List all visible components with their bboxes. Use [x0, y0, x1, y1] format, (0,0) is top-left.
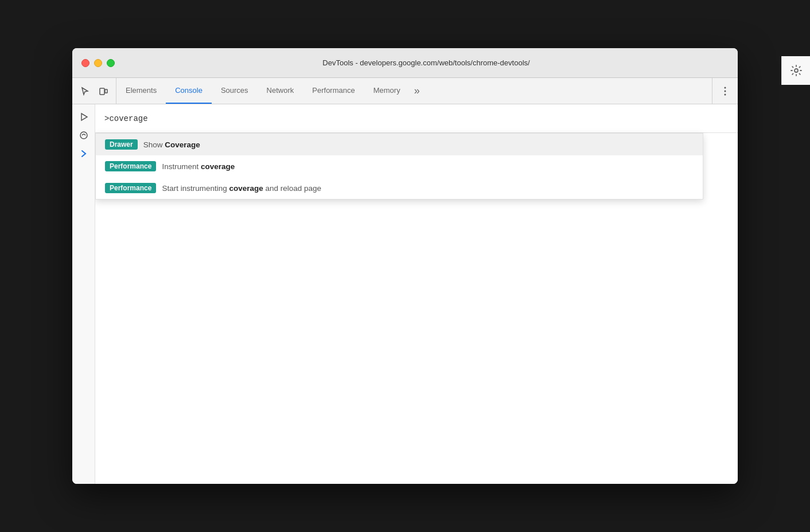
main-content: Drawer Show Coverage Performance Instrum… — [72, 104, 738, 484]
suggestion-show-coverage[interactable]: Drawer Show Coverage — [96, 134, 703, 155]
toolbar-right — [712, 78, 738, 104]
suggestion-text-show-coverage: Show Coverage — [143, 140, 200, 149]
device-icon — [99, 87, 108, 96]
maximize-button[interactable] — [107, 59, 115, 67]
filter-icon — [79, 131, 88, 140]
svg-point-6 — [80, 132, 87, 139]
toolbar-left-icons — [72, 78, 116, 104]
suggestions-dropdown: Drawer Show Coverage Performance Instrum… — [95, 133, 703, 200]
minimize-button[interactable] — [94, 59, 102, 67]
toolbar-tabs: Elements Console Sources Network Perform… — [116, 78, 712, 104]
command-bar — [95, 104, 738, 133]
tab-elements[interactable]: Elements — [116, 78, 166, 104]
svg-marker-5 — [81, 114, 87, 120]
devtools-window: DevTools - developers.google.com/web/too… — [72, 48, 738, 484]
expand-button[interactable] — [76, 146, 92, 162]
cursor-icon-button[interactable] — [77, 83, 93, 99]
badge-performance-2: Performance — [105, 183, 156, 193]
badge-performance-1: Performance — [105, 161, 156, 171]
svg-rect-0 — [100, 88, 104, 95]
close-button[interactable] — [81, 59, 89, 67]
svg-point-4 — [725, 93, 726, 95]
toolbar: Elements Console Sources Network Perform… — [72, 78, 738, 104]
traffic-lights — [81, 59, 115, 67]
tab-sources[interactable]: Sources — [212, 78, 258, 104]
device-mode-button[interactable] — [95, 83, 111, 99]
more-menu-button[interactable] — [717, 83, 733, 99]
cursor-icon — [80, 87, 89, 96]
svg-rect-1 — [105, 89, 107, 93]
suggestion-text-start: Start instrumenting coverage and reload … — [162, 184, 321, 193]
chevron-right-icon — [80, 150, 88, 158]
svg-point-3 — [725, 90, 726, 92]
suggestion-start-instrumenting[interactable]: Performance Start instrumenting coverage… — [96, 177, 703, 199]
suggestion-text-instrument: Instrument coverage — [162, 162, 235, 171]
suggestion-instrument-coverage[interactable]: Performance Instrument coverage — [96, 155, 703, 177]
tab-performance[interactable]: Performance — [303, 78, 364, 104]
tab-network[interactable]: Network — [258, 78, 303, 104]
tab-console[interactable]: Console — [166, 78, 212, 104]
content-area: Drawer Show Coverage Performance Instrum… — [95, 104, 738, 484]
play-icon-button[interactable] — [76, 109, 92, 125]
filter-icon-button[interactable] — [76, 127, 92, 143]
tab-memory[interactable]: Memory — [364, 78, 410, 104]
more-vertical-icon — [720, 86, 730, 96]
window-title: DevTools - developers.google.com/web/too… — [124, 58, 729, 67]
sidebar — [72, 104, 95, 484]
more-tabs-button[interactable]: » — [410, 78, 425, 104]
badge-drawer: Drawer — [105, 139, 138, 150]
play-icon — [79, 112, 88, 122]
command-input[interactable] — [104, 114, 729, 123]
titlebar: DevTools - developers.google.com/web/too… — [72, 48, 738, 78]
svg-point-2 — [725, 87, 726, 88]
